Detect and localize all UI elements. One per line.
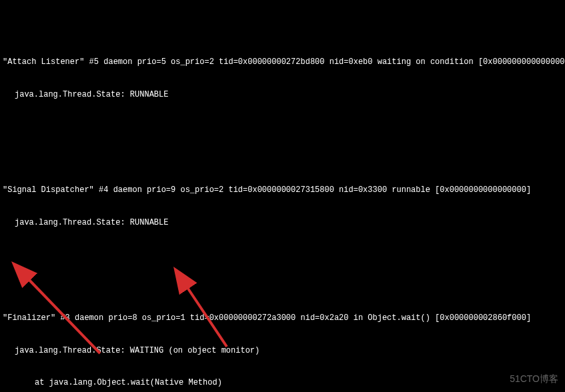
thread-state: java.lang.Thread.State: WAITING (on obje… (3, 345, 562, 356)
thread-block: "Signal Dispatcher" #4 daemon prio=9 os_… (3, 163, 562, 250)
thread-header: "Attach Listener" #5 daemon prio=5 os_pr… (3, 57, 562, 67)
terminal-output: "Attach Listener" #5 daemon prio=5 os_pr… (3, 3, 562, 392)
thread-state: java.lang.Thread.State: RUNNABLE (3, 89, 562, 100)
watermark: 51CTO博客 (510, 373, 558, 385)
thread-state: java.lang.Thread.State: RUNNABLE (3, 217, 562, 228)
stack-frame: at java.lang.Object.wait(Native Method) (3, 377, 562, 388)
thread-block: "Attach Listener" #5 daemon prio=5 os_pr… (3, 35, 562, 122)
thread-header: "Signal Dispatcher" #4 daemon prio=9 os_… (3, 185, 562, 195)
thread-header: "Finalizer" #3 daemon prio=8 os_prio=1 t… (3, 313, 562, 323)
thread-block: "Finalizer" #3 daemon prio=8 os_prio=1 t… (3, 291, 562, 392)
